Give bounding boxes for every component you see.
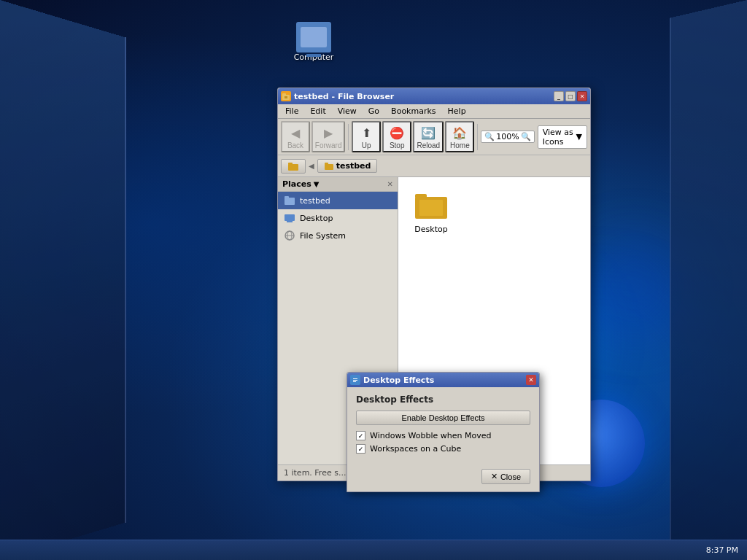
sidebar-header: Places ▼ ✕	[278, 177, 398, 192]
minimize-button[interactable]: _	[554, 91, 564, 101]
file-browser-titlebar[interactable]: testbed - File Browser _ □ ✕	[278, 88, 590, 104]
location-folder-icon	[324, 162, 334, 171]
path-folder-icon-button[interactable]	[281, 159, 306, 174]
svg-rect-21	[415, 194, 427, 198]
zoom-control[interactable]: 🔍 100% 🔍	[481, 131, 534, 143]
view-mode-button[interactable]: View as Icons ▼	[538, 125, 587, 149]
toolbar-separator-1	[348, 124, 349, 150]
path-arrow-left[interactable]: ◀	[309, 162, 314, 170]
dialog-title-icon	[350, 375, 360, 385]
wobble-label: Windows Wobble when Moved	[370, 431, 492, 440]
svg-rect-13	[285, 198, 295, 205]
dialog-titlebar[interactable]: Desktop Effects ✕	[347, 373, 539, 387]
toolbar-separator-2	[477, 124, 478, 150]
dialog-close-icon: ✕	[491, 472, 498, 481]
computer-desktop-icon[interactable]: Computer	[285, 22, 343, 62]
toolbar-right: 🔍 100% 🔍 View as Icons ▼	[481, 125, 587, 149]
maximize-button[interactable]: □	[565, 91, 576, 101]
sidebar-testbed-icon	[284, 195, 295, 206]
reload-button[interactable]: 🔄 Reload	[413, 121, 444, 152]
back-button[interactable]: ◀ Back	[281, 121, 310, 152]
sidebar-item-filesystem[interactable]: File System	[278, 227, 398, 244]
svg-rect-16	[287, 221, 293, 222]
wobble-checkbox-row: ✓ Windows Wobble when Moved	[356, 431, 530, 440]
desktop-effects-dialog: Desktop Effects ✕ Desktop Effects Enable…	[347, 372, 540, 492]
menu-bar: File Edit View Go Bookmarks Help	[278, 104, 590, 119]
computer-icon	[296, 22, 331, 52]
stop-icon: ⛔	[388, 124, 406, 141]
toolbar: ◀ Back ▶ Forward ⬆ Up ⛔ Stop 🔄 Reload 🏠 …	[278, 119, 590, 155]
svg-rect-25	[353, 380, 357, 381]
dialog-close-label: Close	[500, 472, 521, 481]
taskbar-clock: 8:37 PM	[700, 545, 744, 555]
sidebar-places-label: Places ▼	[282, 179, 320, 189]
svg-rect-14	[285, 196, 289, 198]
status-text: 1 item. Free s...	[284, 468, 346, 478]
close-button[interactable]: ✕	[577, 91, 587, 101]
window-controls: _ □ ✕	[554, 91, 587, 101]
sidebar-close-button[interactable]: ✕	[387, 180, 393, 188]
cube-left-panel	[0, 0, 126, 560]
home-icon: 🏠	[451, 124, 468, 141]
cube-checkbox[interactable]: ✓	[356, 444, 365, 454]
menu-help[interactable]: Help	[444, 106, 471, 117]
svg-rect-24	[353, 378, 357, 379]
view-mode-dropdown-icon: ▼	[576, 132, 582, 141]
home-button[interactable]: 🏠 Home	[445, 121, 474, 152]
dialog-footer: ✕ Close	[347, 464, 539, 491]
path-folder-icon	[287, 161, 299, 171]
file-browser-title: testbed - File Browser	[294, 92, 554, 101]
sidebar-desktop-icon	[284, 212, 295, 224]
stop-button[interactable]: ⛔ Stop	[382, 121, 411, 152]
svg-rect-12	[325, 163, 328, 165]
dialog-section-title: Desktop Effects	[356, 394, 530, 405]
dialog-close-button[interactable]: ✕ Close	[481, 469, 530, 484]
up-button[interactable]: ⬆ Up	[352, 121, 381, 152]
back-icon: ◀	[287, 124, 304, 141]
svg-rect-22	[419, 200, 443, 216]
zoom-level: 100%	[496, 132, 519, 141]
svg-rect-9	[288, 164, 298, 171]
svg-rect-15	[285, 214, 295, 221]
cube-right-panel	[670, 0, 747, 560]
svg-rect-7	[282, 93, 286, 96]
dialog-title: Desktop Effects	[363, 376, 434, 385]
svg-rect-11	[325, 164, 333, 170]
menu-edit[interactable]: Edit	[306, 106, 330, 117]
desktop-folder-icon	[414, 187, 449, 222]
forward-icon: ▶	[320, 124, 337, 141]
svg-rect-8	[285, 96, 287, 98]
enable-desktop-effects-button[interactable]: Enable Desktop Effects	[356, 411, 530, 425]
zoom-in-icon[interactable]: 🔍	[521, 132, 531, 141]
svg-rect-10	[288, 163, 293, 165]
taskbar: 8:37 PM	[0, 540, 747, 560]
places-dropdown-icon[interactable]: ▼	[314, 180, 320, 188]
menu-file[interactable]: File	[281, 106, 303, 117]
sidebar-item-testbed[interactable]: testbed	[278, 192, 398, 209]
location-testbed-button[interactable]: testbed	[317, 159, 378, 173]
cube-checkbox-row: ✓ Workspaces on a Cube	[356, 444, 530, 454]
svg-rect-26	[353, 381, 356, 382]
file-browser-title-icon	[281, 91, 291, 101]
location-bar: ◀ testbed	[278, 155, 590, 177]
cube-label: Workspaces on a Cube	[370, 444, 461, 454]
menu-bookmarks[interactable]: Bookmarks	[387, 106, 440, 117]
sidebar-filesystem-icon	[284, 230, 295, 241]
reload-icon: 🔄	[419, 124, 437, 141]
wobble-checkbox[interactable]: ✓	[356, 431, 365, 440]
menu-go[interactable]: Go	[364, 106, 384, 117]
menu-view[interactable]: View	[333, 106, 361, 117]
desktop-file-icon[interactable]: Desktop	[406, 184, 457, 237]
zoom-out-icon[interactable]: 🔍	[484, 132, 495, 141]
forward-button[interactable]: ▶ Forward	[311, 121, 345, 152]
dialog-titlebar-close[interactable]: ✕	[526, 375, 536, 385]
up-icon: ⬆	[357, 124, 375, 141]
dialog-content: Desktop Effects Enable Desktop Effects ✓…	[347, 387, 539, 464]
sidebar-item-desktop[interactable]: Desktop	[278, 209, 398, 227]
